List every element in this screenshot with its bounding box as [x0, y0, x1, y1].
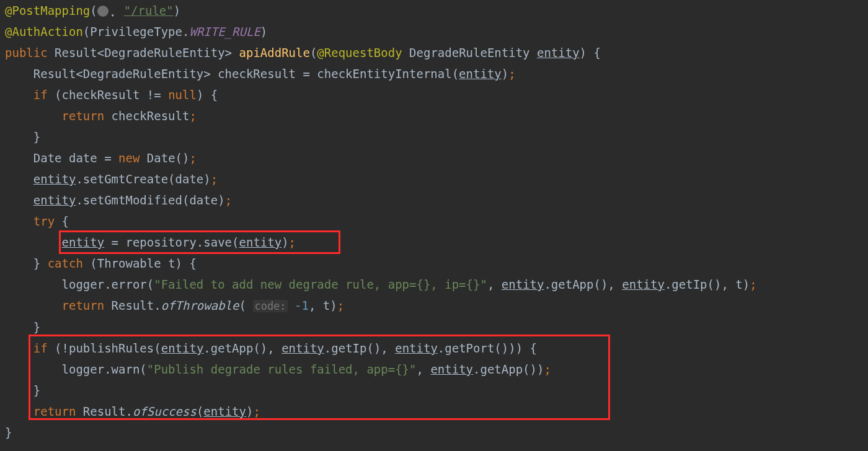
- line-return-checkresult: return checkResult;: [5, 109, 197, 123]
- enum-write-rule: WRITE_RULE: [189, 25, 260, 38]
- annotation-authaction: @AuthAction: [5, 25, 83, 38]
- line-checkresult: Result<DegradeRuleEntity> checkResult = …: [5, 67, 516, 81]
- line-catch: } catch (Throwable t) {: [5, 256, 197, 270]
- line-brace-close-3: }: [5, 383, 40, 397]
- line-method-signature: public Result<DegradeRuleEntity> apiAddR…: [5, 46, 601, 59]
- line-set-gmt-modified: entity.setGmtModified(date);: [5, 193, 232, 207]
- line-annotation-postmapping: @PostMapping( "/rule"): [5, 4, 180, 17]
- line-new-date: Date date = new Date();: [5, 151, 197, 165]
- line-repository-save: entity = repository.save(entity);: [5, 235, 296, 249]
- line-annotation-authaction: @AuthAction(PrivilegeType.WRITE_RULE): [5, 25, 267, 38]
- globe-icon: [97, 6, 108, 17]
- code-editor[interactable]: @PostMapping( "/rule") @AuthAction(Privi…: [0, 0, 868, 451]
- line-if-publish: if (!publishRules(entity.getApp(), entit…: [5, 341, 537, 355]
- annotation-postmapping: @PostMapping: [5, 4, 90, 17]
- line-brace-close-final: }: [5, 426, 12, 439]
- line-set-gmt-create: entity.setGmtCreate(date);: [5, 172, 218, 186]
- line-logger-warn: logger.warn("Publish degrade rules faile…: [5, 362, 551, 376]
- line-brace-close-2: }: [5, 320, 40, 334]
- url-path-string: "/rule": [124, 4, 174, 17]
- method-name-apiAddRule: apiAddRule: [239, 46, 310, 59]
- line-return-success: return Result.ofSuccess(entity);: [5, 405, 260, 418]
- line-try: try {: [5, 214, 69, 228]
- annotation-requestbody: @RequestBody: [317, 46, 402, 59]
- param-entity: entity: [537, 46, 580, 59]
- line-brace-close-1: }: [5, 130, 40, 144]
- line-return-throwable: return Result.ofThrowable( code: -1, t);: [5, 299, 344, 312]
- inlay-hint-code: code:: [253, 300, 287, 312]
- line-logger-error: logger.error("Failed to add new degrade …: [5, 278, 757, 291]
- line-if-null: if (checkResult != null) {: [5, 88, 218, 102]
